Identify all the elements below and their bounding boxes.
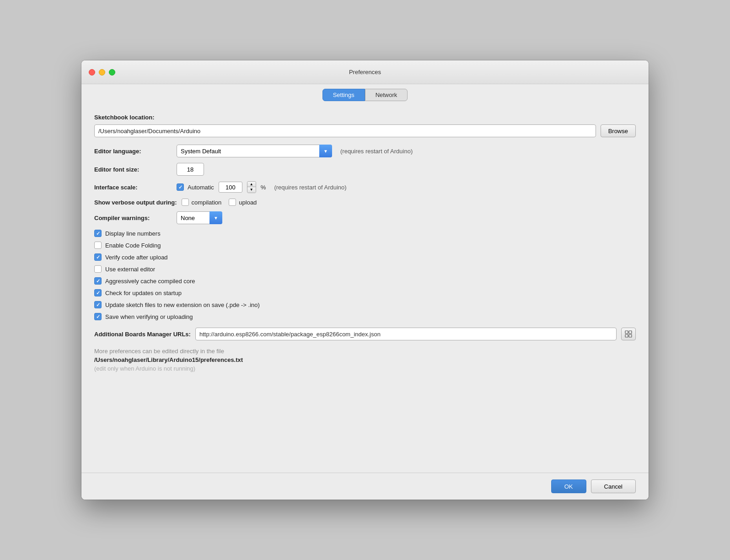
svg-rect-1 bbox=[629, 331, 632, 334]
svg-rect-3 bbox=[629, 334, 632, 337]
verbose-upload-label: upload bbox=[239, 199, 257, 206]
editor-language-label: Editor language: bbox=[94, 148, 172, 155]
checkbox-aggressively-cache[interactable]: Aggressively cache compiled core bbox=[94, 277, 636, 285]
minimize-button[interactable] bbox=[99, 69, 105, 75]
sketchbook-location-label: Sketchbook location: bbox=[94, 114, 636, 121]
additional-boards-icon-button[interactable] bbox=[621, 328, 636, 340]
prefs-edit-note: (edit only when Arduino is not running) bbox=[94, 365, 636, 372]
additional-boards-input[interactable] bbox=[195, 328, 617, 340]
more-prefs-text: More preferences can be edited directly … bbox=[94, 348, 636, 355]
save-when-verifying-checkbox[interactable] bbox=[94, 313, 102, 320]
checkbox-enable-code-folding[interactable]: Enable Code Folding bbox=[94, 242, 636, 249]
scale-stepper-down[interactable]: ▼ bbox=[247, 187, 256, 193]
verbose-upload-item[interactable]: upload bbox=[229, 199, 257, 206]
tab-settings[interactable]: Settings bbox=[322, 89, 365, 101]
verbose-compilation-checkbox[interactable] bbox=[182, 199, 189, 206]
open-list-icon bbox=[625, 330, 632, 338]
aggressively-cache-checkbox[interactable] bbox=[94, 277, 102, 285]
editor-font-size-input[interactable] bbox=[177, 163, 204, 176]
tab-network[interactable]: Network bbox=[365, 89, 408, 101]
automatic-label: Automatic bbox=[188, 184, 214, 191]
cancel-button[interactable]: Cancel bbox=[591, 479, 636, 493]
interface-scale-hint: (requires restart of Arduino) bbox=[274, 184, 346, 191]
checkbox-verify-code[interactable]: Verify code after upload bbox=[94, 253, 636, 261]
editor-font-size-row: Editor font size: bbox=[94, 163, 636, 176]
editor-language-select-wrapper: System Default ▼ bbox=[177, 145, 332, 157]
checkbox-update-sketch-files[interactable]: Update sketch files to new extension on … bbox=[94, 301, 636, 308]
editor-font-size-label: Editor font size: bbox=[94, 166, 172, 173]
save-when-verifying-label: Save when verifying or uploading bbox=[105, 313, 193, 320]
maximize-button[interactable] bbox=[109, 69, 115, 75]
footer: OK Cancel bbox=[81, 473, 649, 500]
verbose-options: compilation upload bbox=[182, 199, 257, 206]
info-section: More preferences can be edited directly … bbox=[94, 348, 636, 372]
tabs-bar: Settings Network bbox=[81, 84, 649, 107]
checkbox-display-line-numbers[interactable]: Display line numbers bbox=[94, 230, 636, 237]
traffic-lights bbox=[89, 69, 115, 75]
ok-button[interactable]: OK bbox=[551, 479, 586, 493]
enable-code-folding-checkbox[interactable] bbox=[94, 242, 102, 249]
scale-stepper-up[interactable]: ▲ bbox=[247, 182, 256, 187]
interface-scale-label: Interface scale: bbox=[94, 184, 172, 191]
close-button[interactable] bbox=[89, 69, 95, 75]
svg-rect-0 bbox=[625, 331, 628, 334]
display-line-numbers-checkbox[interactable] bbox=[94, 230, 102, 237]
checkbox-save-when-verifying[interactable]: Save when verifying or uploading bbox=[94, 313, 636, 320]
verbose-compilation-item[interactable]: compilation bbox=[182, 199, 222, 206]
additional-boards-row: Additional Boards Manager URLs: bbox=[94, 328, 636, 340]
scale-number-input[interactable] bbox=[219, 182, 242, 193]
verbose-label: Show verbose output during: bbox=[94, 199, 177, 206]
external-editor-label: Use external editor bbox=[105, 266, 155, 273]
interface-scale-row: Interface scale: Automatic ▲ ▼ % (requir… bbox=[94, 181, 636, 193]
scale-controls: Automatic ▲ ▼ % (requires restart of Ard… bbox=[177, 181, 347, 193]
verbose-upload-checkbox[interactable] bbox=[229, 199, 236, 206]
update-sketch-files-label: Update sketch files to new extension on … bbox=[105, 302, 260, 308]
svg-rect-2 bbox=[625, 334, 628, 337]
percent-label: % bbox=[261, 184, 266, 191]
check-for-updates-checkbox[interactable] bbox=[94, 289, 102, 296]
update-sketch-files-checkbox[interactable] bbox=[94, 301, 102, 308]
checkbox-external-editor[interactable]: Use external editor bbox=[94, 265, 636, 273]
verify-code-label: Verify code after upload bbox=[105, 254, 168, 261]
editor-language-select[interactable]: System Default bbox=[177, 145, 332, 157]
compiler-warnings-row: Compiler warnings: None Default More All… bbox=[94, 211, 636, 224]
checkbox-check-for-updates[interactable]: Check for updates on startup bbox=[94, 289, 636, 296]
sketchbook-row: Browse bbox=[94, 124, 636, 137]
enable-code-folding-label: Enable Code Folding bbox=[105, 242, 161, 249]
settings-content: Sketchbook location: Browse Editor langu… bbox=[81, 107, 649, 473]
editor-language-row: Editor language: System Default ▼ (requi… bbox=[94, 145, 636, 157]
external-editor-checkbox[interactable] bbox=[94, 265, 102, 273]
compiler-warnings-select[interactable]: None Default More All bbox=[177, 211, 222, 224]
checkboxes-section: Display line numbers Enable Code Folding… bbox=[94, 230, 636, 320]
browse-button[interactable]: Browse bbox=[601, 124, 636, 137]
verify-code-checkbox[interactable] bbox=[94, 253, 102, 261]
aggressively-cache-label: Aggressively cache compiled core bbox=[105, 278, 195, 285]
prefs-path: /Users/noahglaser/Library/Arduino15/pref… bbox=[94, 356, 636, 363]
automatic-checkbox[interactable] bbox=[177, 183, 184, 191]
sketchbook-path-input[interactable] bbox=[94, 124, 596, 137]
display-line-numbers-label: Display line numbers bbox=[105, 230, 161, 237]
additional-boards-label: Additional Boards Manager URLs: bbox=[94, 331, 191, 338]
check-for-updates-label: Check for updates on startup bbox=[105, 290, 182, 296]
automatic-checkbox-label[interactable]: Automatic bbox=[177, 183, 214, 191]
preferences-window: Preferences Settings Network Sketchbook … bbox=[81, 60, 649, 500]
verbose-compilation-label: compilation bbox=[192, 199, 222, 206]
verbose-output-row: Show verbose output during: compilation … bbox=[94, 199, 636, 206]
title-bar: Preferences bbox=[81, 60, 649, 84]
editor-language-hint: (requires restart of Arduino) bbox=[340, 148, 413, 155]
scale-stepper: ▲ ▼ bbox=[247, 181, 256, 193]
compiler-warnings-label: Compiler warnings: bbox=[94, 215, 172, 221]
window-title: Preferences bbox=[349, 69, 381, 75]
compiler-warnings-select-wrapper: None Default More All ▼ bbox=[177, 211, 222, 224]
